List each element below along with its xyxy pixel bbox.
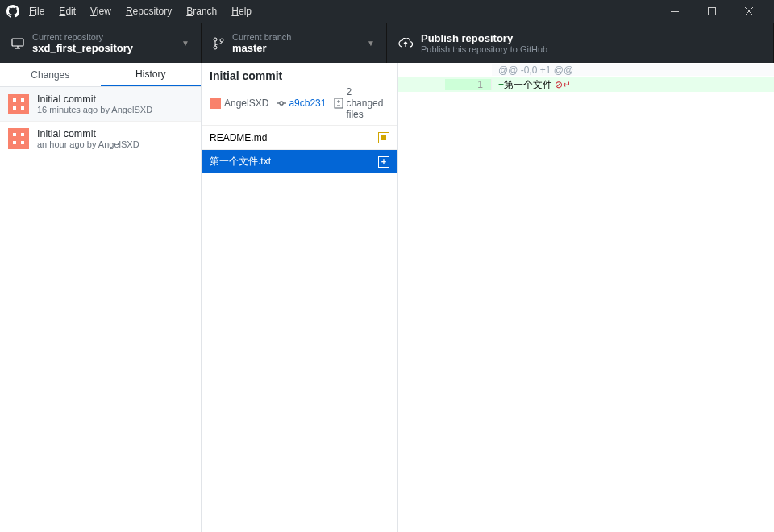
- tab-history[interactable]: History: [101, 63, 202, 86]
- commit-detail-panel: Initial commit AngelSXD a9cb231 2 change…: [202, 63, 398, 532]
- svg-point-8: [214, 46, 217, 49]
- left-sidebar: Changes History Initial commit 16 minute…: [0, 63, 202, 532]
- modified-badge-icon: [378, 132, 389, 143]
- avatar-icon: [210, 98, 221, 109]
- menu-branch[interactable]: Branch: [186, 6, 217, 17]
- file-name: 第一个文件.txt: [210, 155, 271, 168]
- no-newline-icon: ⊘↵: [555, 79, 571, 90]
- publish-desc: Publish this repository to GitHub: [421, 44, 547, 54]
- changed-files-list: README.md 第一个文件.txt +: [202, 125, 397, 173]
- diff-viewer: @@ -0,0 +1 @@ 1 +第一个文件 ⊘↵: [398, 63, 774, 532]
- publish-label: Publish repository: [421, 32, 547, 44]
- svg-point-7: [214, 38, 217, 41]
- chevron-down-icon: ▼: [181, 39, 189, 48]
- cloud-upload-icon: [398, 38, 413, 49]
- svg-rect-18: [13, 141, 16, 144]
- repo-value: sxd_first_repository: [32, 42, 133, 54]
- avatar-icon: [8, 94, 29, 114]
- commit-row[interactable]: Initial commit an hour ago by AngelSXD: [0, 122, 201, 156]
- svg-rect-4: [12, 39, 23, 46]
- menu-file[interactable]: File: [29, 6, 44, 17]
- diff-icon: [334, 98, 343, 109]
- svg-rect-12: [21, 98, 24, 102]
- file-row[interactable]: 第一个文件.txt +: [202, 149, 397, 173]
- commit-row[interactable]: Initial commit 16 minutes ago by AngelSX…: [0, 87, 201, 122]
- monitor-icon: [11, 38, 24, 49]
- branch-value: master: [232, 42, 291, 54]
- current-branch-dropdown[interactable]: Current branch master ▼: [202, 23, 387, 63]
- close-button[interactable]: [730, 0, 768, 23]
- svg-rect-19: [21, 141, 24, 144]
- svg-rect-17: [21, 133, 24, 136]
- menu-repository[interactable]: Repository: [126, 6, 172, 17]
- git-branch-icon: [213, 37, 224, 50]
- publish-repository-button[interactable]: Publish repository Publish this reposito…: [387, 23, 774, 63]
- menu-edit[interactable]: Edit: [59, 6, 76, 17]
- menu-help[interactable]: Help: [231, 6, 252, 17]
- commit-list: Initial commit 16 minutes ago by AngelSX…: [0, 87, 201, 532]
- current-repository-dropdown[interactable]: Current repository sxd_first_repository …: [0, 23, 202, 63]
- toolbar: Current repository sxd_first_repository …: [0, 23, 774, 63]
- menu-bar: File Edit View Repository Branch Help: [29, 6, 252, 17]
- svg-rect-14: [21, 106, 24, 110]
- added-badge-icon: +: [378, 156, 389, 168]
- diff-hunk-header: @@ -0,0 +1 @@: [398, 63, 774, 77]
- svg-rect-13: [13, 106, 16, 110]
- file-row[interactable]: README.md: [202, 125, 397, 149]
- svg-rect-11: [13, 98, 16, 102]
- svg-rect-1: [709, 8, 716, 15]
- minimize-button[interactable]: [656, 0, 693, 23]
- commit-author: AngelSXD: [224, 98, 268, 109]
- commit-sha[interactable]: a9cb231: [289, 98, 326, 109]
- titlebar: File Edit View Repository Branch Help: [0, 0, 774, 23]
- svg-point-20: [280, 102, 283, 105]
- avatar-icon: [8, 128, 29, 149]
- window-controls: [656, 0, 768, 23]
- github-logo-icon: [6, 5, 19, 18]
- changed-files-count: 2 changed files: [346, 86, 389, 120]
- file-name: README.md: [210, 132, 267, 143]
- commit-title: Initial commit: [37, 128, 139, 139]
- repo-label: Current repository: [32, 32, 133, 42]
- git-commit-icon: [277, 100, 286, 106]
- svg-rect-16: [13, 133, 16, 136]
- svg-rect-0: [671, 11, 679, 12]
- tab-changes[interactable]: Changes: [0, 63, 101, 86]
- chevron-down-icon: ▼: [367, 39, 375, 48]
- commit-meta: an hour ago by AngelSXD: [37, 139, 139, 149]
- commit-meta: 16 minutes ago by AngelSXD: [37, 105, 152, 114]
- commit-detail-title: Initial commit: [210, 69, 389, 82]
- maximize-button[interactable]: [693, 0, 730, 23]
- menu-view[interactable]: View: [90, 6, 111, 17]
- svg-point-9: [220, 39, 223, 42]
- commit-title: Initial commit: [37, 94, 152, 105]
- diff-line-added: 1 +第一个文件 ⊘↵: [398, 77, 774, 92]
- branch-label: Current branch: [232, 32, 291, 42]
